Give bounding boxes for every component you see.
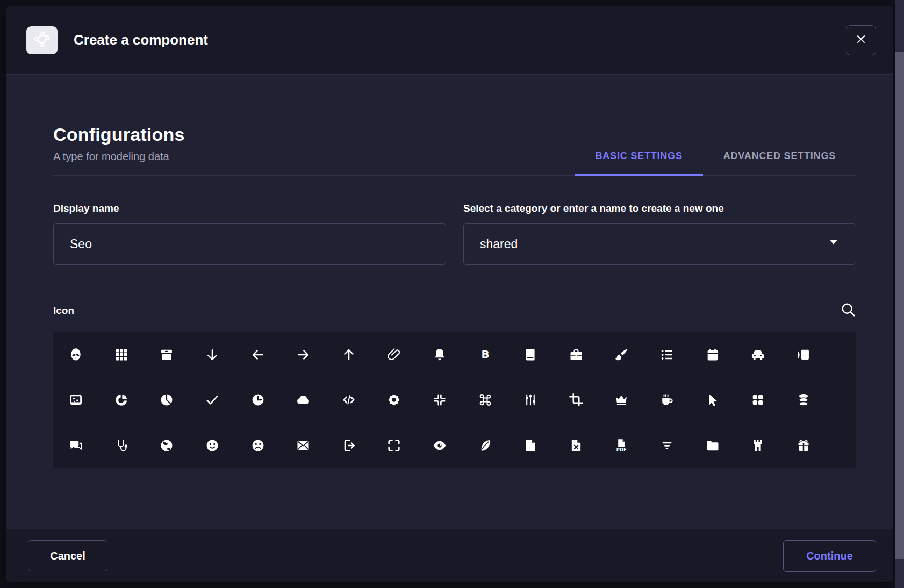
gift-icon[interactable] — [781, 423, 827, 468]
briefcase-icon[interactable] — [554, 332, 599, 377]
modal-footer: Cancel Continue — [6, 529, 893, 582]
earth-icon[interactable] — [144, 423, 190, 468]
display-name-input[interactable]: Seo — [53, 223, 446, 265]
command-icon[interactable] — [462, 377, 508, 422]
folder-icon[interactable] — [690, 423, 735, 468]
modal-header: Create a component — [6, 6, 893, 75]
check-icon[interactable] — [190, 377, 235, 422]
arrow-left-icon[interactable] — [235, 332, 281, 377]
brush-icon[interactable] — [599, 332, 644, 377]
category-label: Select a category or enter a name to cre… — [463, 203, 856, 214]
icon-search-button[interactable] — [840, 302, 856, 319]
cup-icon[interactable] — [644, 377, 690, 422]
close-icon — [855, 33, 867, 47]
search-icon — [840, 302, 856, 319]
car-icon[interactable] — [735, 332, 781, 377]
chart-circle-icon[interactable] — [99, 377, 145, 422]
gate-icon[interactable] — [735, 423, 781, 468]
create-component-modal: Create a component Configurations A type… — [6, 6, 893, 582]
icon-section-header: Icon — [53, 302, 856, 319]
scrollbar-thumb[interactable] — [895, 52, 904, 559]
exit-icon[interactable] — [326, 423, 372, 468]
code-icon[interactable] — [326, 377, 372, 422]
icon-section-label: Icon — [53, 305, 74, 317]
modal-body: Configurations A type for modeling data … — [6, 75, 893, 468]
envelop-icon[interactable] — [281, 423, 326, 468]
heading-row: Configurations A type for modeling data … — [53, 75, 856, 176]
display-name-label: Display name — [53, 203, 446, 214]
tab-basic-settings[interactable]: BASIC SETTINGS — [575, 150, 703, 176]
continue-button[interactable]: Continue — [783, 540, 876, 572]
crop-icon[interactable] — [554, 377, 599, 422]
book-icon[interactable] — [508, 332, 554, 377]
category-select[interactable]: shared — [463, 223, 856, 265]
display-name-value: Seo — [70, 237, 92, 252]
icon-grid: BPDF — [53, 332, 856, 468]
cursor-icon[interactable] — [690, 377, 735, 422]
archive-icon[interactable] — [144, 332, 190, 377]
eye-icon[interactable] — [417, 423, 463, 468]
expand-icon[interactable] — [371, 423, 417, 468]
file-error-icon[interactable] — [554, 423, 599, 468]
page-subtitle: A type for modeling data — [53, 150, 185, 163]
close-button[interactable] — [846, 25, 876, 55]
settings-tabs: BASIC SETTINGSADVANCED SETTINGS — [575, 150, 857, 175]
category-field: Select a category or enter a name to cre… — [463, 203, 856, 265]
collapse-icon[interactable] — [417, 377, 463, 422]
attachment-icon[interactable] — [371, 332, 417, 377]
arrow-down-icon[interactable] — [190, 332, 235, 377]
page-scrollbar[interactable] — [895, 0, 904, 588]
form-row: Display name Seo Select a category or en… — [53, 203, 856, 265]
arrow-up-icon[interactable] — [326, 332, 372, 377]
crown-icon[interactable] — [599, 377, 644, 422]
doctor-icon[interactable] — [99, 423, 145, 468]
cast-icon[interactable] — [781, 332, 827, 377]
bullet-list-icon[interactable] — [644, 332, 690, 377]
chevron-down-icon — [828, 236, 840, 252]
cloud-icon[interactable] — [281, 377, 326, 422]
bell-icon[interactable] — [417, 332, 463, 377]
dashboard-icon[interactable] — [735, 377, 781, 422]
cog-icon[interactable] — [371, 377, 417, 422]
chart-pie-icon[interactable] — [144, 377, 190, 422]
emotion-unhappy-icon[interactable] — [235, 423, 281, 468]
modal-title: Create a component — [74, 32, 208, 48]
category-value: shared — [480, 237, 518, 252]
chart-bubble-icon[interactable] — [53, 377, 99, 422]
tab-advanced-settings[interactable]: ADVANCED SETTINGS — [703, 150, 856, 175]
bold-icon[interactable]: B — [462, 332, 508, 377]
display-name-field: Display name Seo — [53, 203, 446, 265]
database-icon[interactable] — [781, 377, 827, 422]
heading-block: Configurations A type for modeling data — [53, 124, 185, 175]
discuss-icon[interactable] — [53, 423, 99, 468]
clock-icon[interactable] — [235, 377, 281, 422]
connector-icon[interactable] — [508, 377, 554, 422]
file-pdf-icon[interactable]: PDF — [599, 423, 644, 468]
cancel-button[interactable]: Cancel — [28, 540, 107, 571]
feather-icon[interactable] — [462, 423, 508, 468]
file-icon[interactable] — [508, 423, 554, 468]
calendar-icon[interactable] — [690, 332, 735, 377]
svg-text:PDF: PDF — [616, 447, 627, 453]
alien-icon[interactable] — [53, 332, 99, 377]
filter-icon[interactable] — [644, 423, 690, 468]
arrow-right-icon[interactable] — [281, 332, 326, 377]
component-icon — [26, 26, 58, 54]
page-title: Configurations — [53, 124, 185, 145]
svg-text:B: B — [481, 349, 489, 361]
apps-icon[interactable] — [99, 332, 145, 377]
emotion-happy-icon[interactable] — [190, 423, 235, 468]
